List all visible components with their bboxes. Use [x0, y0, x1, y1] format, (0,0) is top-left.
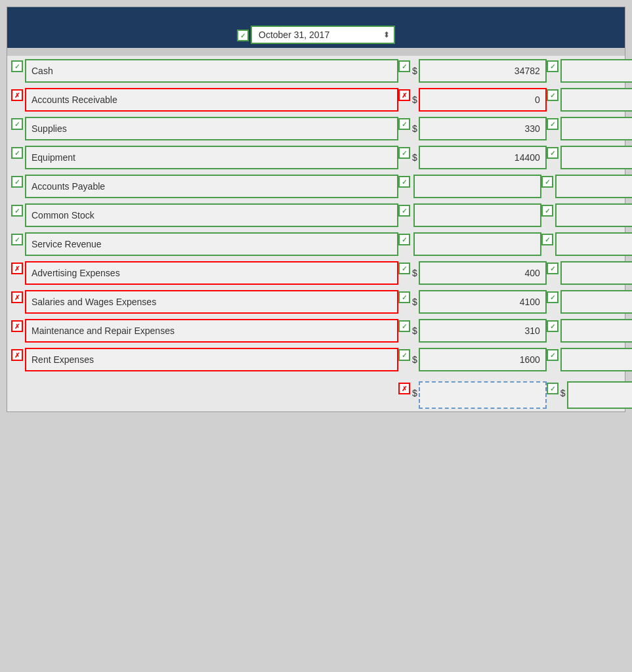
- account-checkbox[interactable]: ✗: [11, 320, 23, 332]
- debit-input[interactable]: [413, 175, 541, 198]
- credit-input[interactable]: [560, 117, 632, 140]
- debit-checkbox[interactable]: ✓: [398, 60, 410, 72]
- account-input[interactable]: [25, 261, 398, 285]
- debit-checkbox[interactable]: ✓: [398, 176, 410, 188]
- credit-input[interactable]: [555, 203, 632, 227]
- account-input[interactable]: [25, 290, 398, 314]
- credit-checkbox[interactable]: ✓: [541, 176, 553, 188]
- totals-row: ✗ $ ✓ $: [7, 379, 625, 411]
- account-input[interactable]: [25, 88, 398, 112]
- credit-checkbox[interactable]: ✓: [547, 89, 558, 101]
- account-cell: ✗: [11, 290, 398, 314]
- account-checkbox[interactable]: ✗: [11, 262, 23, 274]
- account-input[interactable]: [25, 348, 398, 371]
- account-cell: ✗: [11, 88, 398, 112]
- account-checkbox[interactable]: ✓: [11, 205, 23, 217]
- credit-cell: ✓: [541, 203, 632, 227]
- account-input[interactable]: [25, 175, 398, 198]
- credit-checkbox[interactable]: ✓: [547, 118, 558, 130]
- account-input[interactable]: [25, 146, 398, 169]
- credit-checkbox[interactable]: ✓: [547, 60, 558, 72]
- credit-input[interactable]: [555, 175, 632, 198]
- debit-cell: ✓ $: [398, 319, 547, 343]
- debit-input[interactable]: [419, 348, 547, 371]
- debit-checkbox[interactable]: ✓: [398, 118, 410, 130]
- debit-checkbox[interactable]: ✗: [398, 89, 410, 101]
- account-input[interactable]: [25, 203, 398, 227]
- date-checkbox[interactable]: ✓: [237, 30, 249, 41]
- debit-checkbox[interactable]: ✓: [398, 291, 410, 303]
- totals-debit-checkbox[interactable]: ✗: [398, 383, 410, 394]
- credit-input[interactable]: [560, 88, 632, 112]
- account-checkbox[interactable]: ✗: [11, 291, 23, 303]
- credit-input[interactable]: [560, 290, 632, 314]
- account-checkbox[interactable]: ✓: [11, 118, 23, 130]
- table-row: ✗ ✓ $ ✓: [11, 317, 621, 345]
- debit-input[interactable]: [419, 59, 547, 83]
- main-container: ✓ October 31, 2017 ⬍ ✓ ✓ $ ✓ ✗: [7, 7, 625, 412]
- account-input[interactable]: [25, 319, 398, 343]
- account-checkbox[interactable]: ✗: [11, 349, 23, 361]
- debit-checkbox[interactable]: ✓: [398, 234, 410, 245]
- debit-cell: ✓ $: [398, 146, 547, 169]
- account-cell: ✓: [11, 203, 398, 227]
- debit-checkbox[interactable]: ✓: [398, 262, 410, 274]
- debit-input[interactable]: [413, 232, 541, 256]
- credit-checkbox[interactable]: ✓: [547, 320, 558, 332]
- debit-checkbox[interactable]: ✓: [398, 320, 410, 332]
- credit-checkbox[interactable]: ✓: [547, 349, 558, 361]
- credit-checkbox[interactable]: ✓: [547, 262, 558, 274]
- debit-input[interactable]: [419, 290, 547, 314]
- credit-checkbox[interactable]: ✓: [541, 234, 553, 245]
- debit-input[interactable]: [419, 146, 547, 169]
- debit-dollar: $: [412, 94, 417, 105]
- date-select[interactable]: October 31, 2017: [251, 26, 395, 44]
- credit-cell: ✓: [541, 175, 632, 198]
- debit-cell: ✓ $: [398, 59, 547, 83]
- debit-checkbox[interactable]: ✓: [398, 349, 410, 361]
- totals-credit-dollar: $: [560, 388, 566, 398]
- account-checkbox[interactable]: ✓: [11, 234, 23, 245]
- totals-credit-checkbox[interactable]: ✓: [547, 383, 558, 394]
- account-checkbox[interactable]: ✗: [11, 89, 23, 101]
- account-cell: ✗: [11, 348, 398, 371]
- debit-cell: ✓: [398, 232, 541, 256]
- debit-checkbox[interactable]: ✓: [398, 205, 410, 217]
- totals-credit-input[interactable]: [567, 381, 632, 409]
- credit-input[interactable]: [560, 319, 632, 343]
- debit-input[interactable]: [419, 261, 547, 285]
- debit-dollar: $: [412, 66, 417, 76]
- table-row: ✓ ✓ ✓: [11, 173, 621, 200]
- account-checkbox[interactable]: ✓: [11, 176, 23, 188]
- debit-input[interactable]: [413, 203, 541, 227]
- account-checkbox[interactable]: ✓: [11, 147, 23, 159]
- totals-debit-input[interactable]: [419, 381, 547, 409]
- credit-cell: ✓: [547, 146, 632, 169]
- credit-input[interactable]: [560, 59, 632, 83]
- account-input[interactable]: [25, 232, 398, 256]
- totals-debit-dollar: $: [412, 388, 417, 398]
- debit-input[interactable]: [419, 88, 547, 112]
- debit-checkbox[interactable]: ✓: [398, 147, 410, 159]
- debit-cell: ✓ $: [398, 261, 547, 285]
- debit-dollar: $: [412, 354, 417, 365]
- credit-checkbox[interactable]: ✓: [541, 205, 553, 217]
- debit-cell: ✓ $: [398, 290, 547, 314]
- column-headers: [7, 48, 625, 56]
- table-row: ✓ ✓ $ ✓: [11, 57, 621, 85]
- credit-input[interactable]: [560, 261, 632, 285]
- date-select-wrapper: October 31, 2017 ⬍: [251, 26, 395, 44]
- account-input[interactable]: [25, 117, 398, 140]
- account-checkbox[interactable]: ✓: [11, 60, 23, 72]
- credit-input[interactable]: [560, 146, 632, 169]
- debit-input[interactable]: [419, 319, 547, 343]
- credit-checkbox[interactable]: ✓: [547, 147, 558, 159]
- credit-input[interactable]: [555, 232, 632, 256]
- debit-input[interactable]: [419, 117, 547, 140]
- totals-credit-cell: ✓ $: [547, 381, 632, 409]
- account-input[interactable]: [25, 59, 398, 83]
- credit-checkbox[interactable]: ✓: [547, 291, 558, 303]
- table-row: ✗ ✓ $ ✓: [11, 346, 621, 373]
- header: [7, 7, 625, 20]
- credit-input[interactable]: [560, 348, 632, 371]
